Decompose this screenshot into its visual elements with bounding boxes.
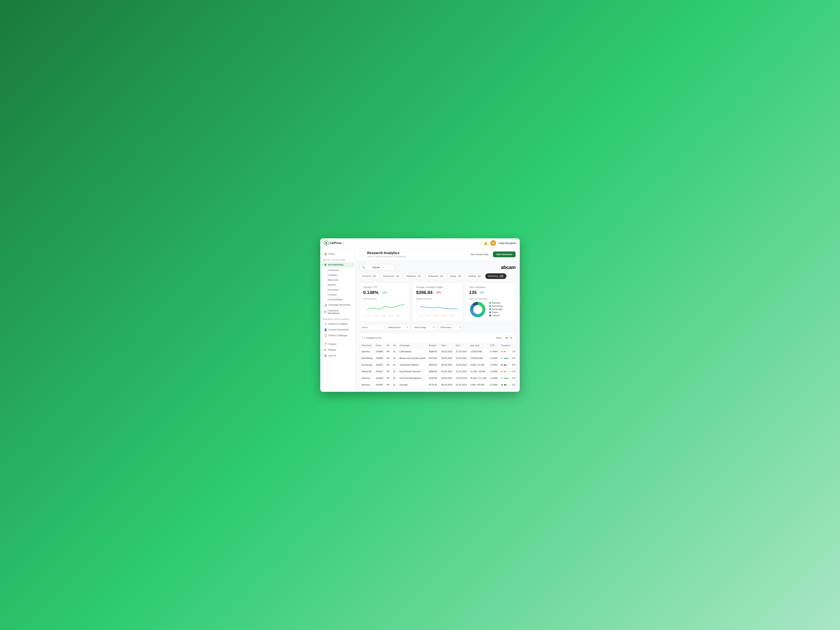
col-start: Start ↕ [440, 343, 454, 349]
assigned-to-me-checkbox[interactable] [362, 337, 365, 339]
sidebar-item-resources-label: Resources [328, 279, 338, 281]
campaign-monitoring-icon: 📊 [324, 303, 327, 306]
col-as: AS [391, 343, 398, 349]
cell-as: SL [391, 382, 398, 388]
notification-bell-icon[interactable]: 🔔 [484, 241, 488, 245]
progress-bar [504, 365, 511, 365]
cell-progress: ● 65% ↗ [499, 375, 516, 382]
sidebar-item-contact-enrichment[interactable]: 👤 Contact Enrichment [321, 327, 354, 333]
cell-end: 31.03.2023 [454, 368, 469, 375]
add-advertiser-button[interactable]: Add Advertiser [493, 251, 516, 257]
tabs-row: Archived12Follow-ups12Requests12Proposal… [360, 273, 516, 279]
tab-requests[interactable]: Requests12 [404, 273, 424, 279]
sidebar-item-list-reminders-label: List Reminders [328, 298, 343, 301]
ctr-value: 0.148% [363, 290, 379, 295]
progress-label: 65% [512, 377, 516, 379]
placement-filter-select[interactable]: Placement [438, 324, 463, 330]
cell-progress: ● 35% → [499, 362, 516, 368]
sidebar-item-creatives[interactable]: Creatives [321, 273, 354, 277]
legend-label: Cellecta [492, 314, 499, 317]
sidebar-item-logout[interactable]: ⏻ Log Out [321, 353, 354, 358]
tab-label: Delivering [488, 275, 498, 277]
show-count-select[interactable]: 10 25 50 [503, 335, 513, 340]
cell-start: 06.03.2023 [440, 355, 454, 362]
svg-text:0: 0 [416, 313, 417, 315]
advertiser-select[interactable]: 🔍 Abcam ▾ [360, 264, 395, 270]
campaigns-table: Advertiser Order SP AS Campaign ↓ Budget… [360, 343, 516, 388]
status-dot-icon: ● [501, 350, 503, 353]
cell-sp: KP [385, 368, 391, 375]
back-button[interactable]: ← [360, 251, 365, 257]
contextual-marketplace-icon: ⊞ [324, 311, 326, 313]
legend-label: SomaLogic [492, 308, 502, 311]
assigned-to-me-checkbox-label[interactable]: Assigned to me [362, 336, 382, 339]
logo-dropdown-icon[interactable]: ▾ [343, 242, 344, 244]
sidebar-item-home[interactable]: 🏠 Home [321, 251, 354, 257]
tab-delivering[interactable]: Delivering12 [485, 273, 507, 279]
filters-row: Salesperson Status flags Placement [360, 324, 516, 330]
cell-ctr: 0.148% [488, 375, 499, 382]
tab-archived[interactable]: Archived12 [360, 273, 379, 279]
campaigns-chart-label: Share by advertiser [469, 298, 512, 300]
sidebar-item-research-analytics[interactable]: 📈 Research Analytics [321, 321, 354, 327]
cell-end: 31.03.2023 [454, 382, 469, 388]
svg-text:10: 10 [363, 301, 365, 303]
col-budget: Budget ↕ [427, 343, 440, 349]
progress-bar [504, 378, 511, 379]
sidebar-item-contacts-label: Contacts [328, 293, 336, 296]
sidebar-item-settings[interactable]: ⚙ Settings [321, 347, 354, 353]
ctr-chart: 10 5 0 Apr. 6 Apr. 13 Apr. 20 Apr. 27 Ma… [363, 301, 406, 317]
budget-label: Average campaign budget [416, 286, 459, 288]
campaigns-label: Total campaigns [469, 286, 512, 288]
product-catalogue-icon: 📋 [324, 334, 327, 337]
cell-sp: KP [385, 348, 391, 355]
tab-proposals[interactable]: Proposals12 [425, 273, 447, 279]
cell-advertiser: Takara Bio [360, 368, 374, 375]
sidebar-section-digital-advertising: Digital Advertising [320, 257, 355, 262]
sidebar-item-contacts[interactable]: Contacts [321, 292, 354, 297]
sidebar-item-reports[interactable]: Reports [321, 283, 354, 287]
tab-label: Requests [406, 275, 416, 277]
see-current-jobs-button[interactable]: See Current Jobs [468, 252, 491, 257]
top-bar-right: 🔔 HB Hugo Bourgeois [484, 240, 516, 246]
advertiser-select-value: Abcam [373, 266, 381, 269]
svg-text:Apr. 13: Apr. 13 [373, 315, 378, 317]
table-row: NanoString #26069 KP SL Mouse neuro prot… [360, 355, 516, 362]
tab-follow-ups[interactable]: Follow-ups12 [381, 273, 403, 279]
cell-ctr: 0.148% [488, 382, 499, 388]
cell-imp-goal: 5,092 / 85,500 [469, 382, 488, 388]
sidebar-item-product-catalogue-label: Product Catalogue [328, 334, 347, 337]
cell-end: 31.03.2023 [454, 375, 469, 382]
progress-bar [504, 371, 511, 372]
cell-imp-goal: 1,535/9,999 [469, 348, 488, 355]
sidebar: 🏠 Home Digital Advertising 🖥 Ad Publishi… [320, 248, 355, 392]
sidebar-item-advertisers[interactable]: Advertisers [321, 287, 354, 292]
sidebar-item-contextual-marketplace-label: Contextual Marketplace [328, 309, 351, 314]
page-header: ← Research Analytics Home / Digital Adve… [355, 248, 520, 261]
svg-text:Apr. 20: Apr. 20 [381, 315, 385, 317]
name-filter-input[interactable] [360, 324, 384, 330]
stat-card-campaigns: Total campaigns 135 ↑ 9% Share by advert… [465, 283, 516, 322]
status-flags-filter-select[interactable]: Status flags [412, 324, 436, 330]
sidebar-item-home-label: Home [328, 253, 335, 255]
sidebar-item-contextual[interactable]: Contextual [321, 268, 354, 273]
col-end: End ↕ [454, 343, 469, 349]
sidebar-item-ad-publishing[interactable]: 🖥 Ad Publishing [321, 262, 354, 268]
sidebar-item-campaign-monitoring[interactable]: 📊 Campaign Monitoring [321, 302, 354, 308]
tab-waiting[interactable]: Waiting12 [466, 273, 484, 279]
tab-setup[interactable]: Setup12 [448, 273, 465, 279]
cell-campaign: Mouse neuro protein panel [398, 355, 427, 362]
legend-item-somalogic: SomaLogic [489, 308, 502, 311]
advertiser-row: 🔍 Abcam ▾ abcam [360, 264, 516, 270]
sidebar-item-contextual-marketplace[interactable]: ⊞ Contextual Marketplace [321, 308, 354, 316]
sidebar-divider [323, 339, 352, 340]
sidebar-item-list-reminders[interactable]: List Reminders [321, 297, 354, 302]
sidebar-item-support[interactable]: ❓ Support [321, 341, 354, 347]
cell-advertiser: SomaLogic [360, 362, 374, 368]
tab-label: Setup [450, 275, 456, 277]
col-ctr: CTR [488, 343, 499, 349]
sidebar-item-resources[interactable]: Resources [321, 278, 354, 282]
page-title: Research Analytics [367, 251, 406, 255]
sidebar-item-product-catalogue[interactable]: 📋 Product Catalogue [321, 333, 354, 338]
salesperson-filter-select[interactable]: Salesperson [386, 324, 410, 330]
